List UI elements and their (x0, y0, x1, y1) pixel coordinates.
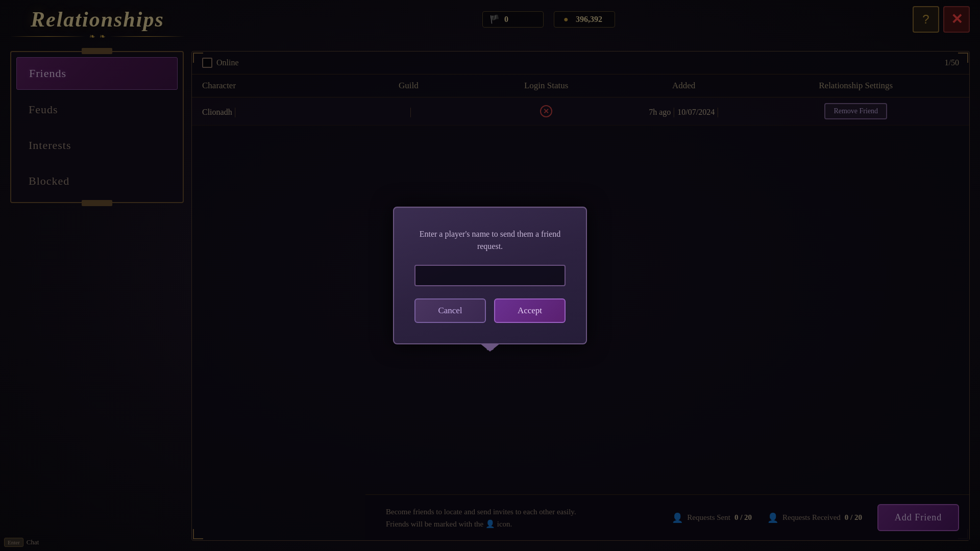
modal-buttons: Cancel Accept (414, 298, 566, 323)
modal-prompt-text: Enter a player's name to send them a fri… (414, 228, 566, 253)
modal-cancel-button[interactable]: Cancel (414, 298, 486, 323)
modal-overlay: Enter a player's name to send them a fri… (0, 0, 980, 551)
modal-bottom-ornament: ❧ (486, 342, 495, 355)
modal-accept-button[interactable]: Accept (494, 298, 566, 323)
friend-request-modal: Enter a player's name to send them a fri… (393, 207, 587, 344)
player-name-input[interactable] (414, 265, 566, 286)
